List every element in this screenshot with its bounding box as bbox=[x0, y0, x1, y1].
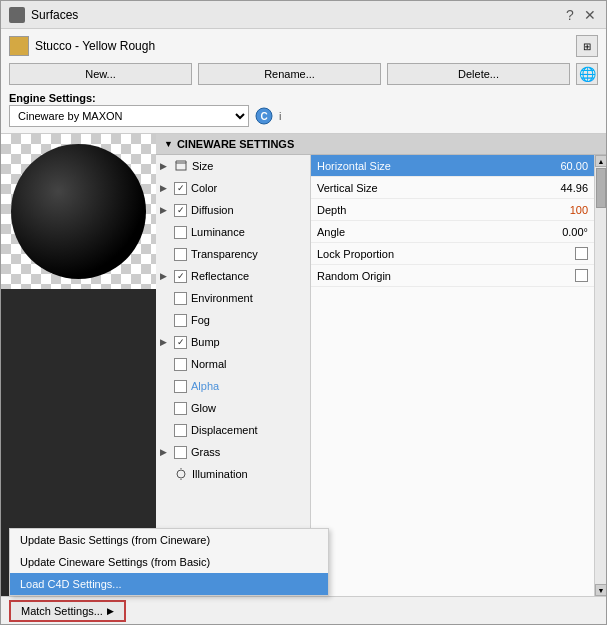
window-icon bbox=[9, 7, 25, 23]
sidebar-item-diffusion[interactable]: ▶ Diffusion bbox=[156, 199, 310, 221]
sidebar-item-luminance[interactable]: ▶ Luminance bbox=[156, 221, 310, 243]
svg-rect-2 bbox=[176, 163, 186, 170]
collapse-arrow[interactable]: ▼ bbox=[164, 139, 173, 149]
diffusion-label: Diffusion bbox=[191, 204, 234, 216]
engine-icon: C bbox=[253, 105, 275, 127]
illumination-icon bbox=[174, 467, 188, 481]
scroll-up-button[interactable]: ▲ bbox=[595, 155, 606, 167]
luminance-checkbox[interactable] bbox=[174, 226, 187, 239]
environment-label: Environment bbox=[191, 292, 253, 304]
sidebar-item-bump[interactable]: ▶ Bump bbox=[156, 331, 310, 353]
submenu-arrow-icon: ▶ bbox=[107, 606, 114, 616]
lock-proportion-checkbox[interactable] bbox=[575, 247, 588, 260]
bottom-bar: Match Settings... ▶ bbox=[1, 596, 606, 624]
preview-image bbox=[1, 134, 156, 289]
engine-select[interactable]: Cineware by MAXON bbox=[9, 105, 249, 127]
prop-row-random-origin[interactable]: Random Origin bbox=[311, 265, 594, 287]
prop-name-random-origin: Random Origin bbox=[317, 270, 575, 282]
reflectance-checkbox[interactable] bbox=[174, 270, 187, 283]
grass-checkbox[interactable] bbox=[174, 446, 187, 459]
help-button[interactable]: ? bbox=[562, 7, 578, 23]
material-options-button[interactable]: ⊞ bbox=[576, 35, 598, 57]
new-button[interactable]: New... bbox=[9, 63, 192, 85]
sidebar-item-reflectance[interactable]: ▶ Reflectance bbox=[156, 265, 310, 287]
normal-checkbox[interactable] bbox=[174, 358, 187, 371]
svg-text:C: C bbox=[260, 111, 267, 122]
surfaces-window: Surfaces ? ✕ Stucco - Yellow Rough ⊞ New… bbox=[0, 0, 607, 625]
expand-icon-reflectance: ▶ bbox=[160, 271, 170, 281]
prop-row-horizontal-size[interactable]: Horizontal Size 60.00 bbox=[311, 155, 594, 177]
sidebar-item-environment[interactable]: ▶ Environment bbox=[156, 287, 310, 309]
title-bar-left: Surfaces bbox=[9, 7, 78, 23]
globe-button[interactable]: 🌐 bbox=[576, 63, 598, 85]
glow-label: Glow bbox=[191, 402, 216, 414]
sidebar-item-color[interactable]: ▶ Color bbox=[156, 177, 310, 199]
sidebar-item-displacement[interactable]: ▶ Displacement bbox=[156, 419, 310, 441]
transparency-label: Transparency bbox=[191, 248, 258, 260]
prop-value-vertical-size: 44.96 bbox=[528, 182, 588, 194]
prop-name-angle: Angle bbox=[317, 226, 528, 238]
dropdown-item-update-cineware[interactable]: Update Cineware Settings (from Basic) bbox=[10, 551, 328, 573]
bump-checkbox[interactable] bbox=[174, 336, 187, 349]
alpha-checkbox[interactable] bbox=[174, 380, 187, 393]
fog-checkbox[interactable] bbox=[174, 314, 187, 327]
alpha-label: Alpha bbox=[191, 380, 219, 392]
sidebar-item-transparency[interactable]: ▶ Transparency bbox=[156, 243, 310, 265]
luminance-label: Luminance bbox=[191, 226, 245, 238]
material-swatch[interactable] bbox=[9, 36, 29, 56]
scroll-down-button[interactable]: ▼ bbox=[595, 584, 606, 596]
expand-icon-grass: ▶ bbox=[160, 447, 170, 457]
random-origin-checkbox[interactable] bbox=[575, 269, 588, 282]
prop-row-depth[interactable]: Depth 100 bbox=[311, 199, 594, 221]
prop-row-vertical-size[interactable]: Vertical Size 44.96 bbox=[311, 177, 594, 199]
expand-icon-color: ▶ bbox=[160, 183, 170, 193]
cineware-header: ▼ CINEWARE SETTINGS bbox=[156, 134, 606, 155]
bottom-container: Update Basic Settings (from Cineware) Up… bbox=[1, 596, 606, 624]
right-panel: Horizontal Size 60.00 Vertical Size 44.9… bbox=[311, 155, 594, 596]
dropdown-item-update-basic[interactable]: Update Basic Settings (from Cineware) bbox=[10, 529, 328, 551]
environment-checkbox[interactable] bbox=[174, 292, 187, 305]
right-scrollbar: ▲ ▼ bbox=[594, 155, 606, 596]
sidebar-item-normal[interactable]: ▶ Normal bbox=[156, 353, 310, 375]
expand-icon-bump: ▶ bbox=[160, 337, 170, 347]
transparency-checkbox[interactable] bbox=[174, 248, 187, 261]
displacement-checkbox[interactable] bbox=[174, 424, 187, 437]
match-settings-button[interactable]: Match Settings... ▶ bbox=[9, 600, 126, 622]
svg-point-6 bbox=[177, 470, 185, 478]
close-button[interactable]: ✕ bbox=[582, 7, 598, 23]
prop-row-lock-proportion[interactable]: Lock Proportion bbox=[311, 243, 594, 265]
action-row: New... Rename... Delete... 🌐 bbox=[9, 63, 598, 85]
prop-value-depth: 100 bbox=[528, 204, 588, 216]
sidebar-item-illumination[interactable]: ▶ Illumination bbox=[156, 463, 310, 485]
main-area: ▼ CINEWARE SETTINGS ▶ bbox=[1, 134, 606, 596]
title-bar-controls: ? ✕ bbox=[562, 7, 598, 23]
engine-row: Cineware by MAXON C i bbox=[9, 105, 598, 127]
expand-icon-diffusion: ▶ bbox=[160, 205, 170, 215]
sidebar-item-size[interactable]: ▶ Size bbox=[156, 155, 310, 177]
fog-label: Fog bbox=[191, 314, 210, 326]
displacement-label: Displacement bbox=[191, 424, 258, 436]
engine-settings-label: Engine Settings: bbox=[9, 91, 598, 105]
color-checkbox[interactable] bbox=[174, 182, 187, 195]
sidebar-item-glow[interactable]: ▶ Glow bbox=[156, 397, 310, 419]
material-row: Stucco - Yellow Rough ⊞ bbox=[9, 35, 598, 57]
window-title: Surfaces bbox=[31, 8, 78, 22]
glow-checkbox[interactable] bbox=[174, 402, 187, 415]
sphere-preview bbox=[11, 144, 146, 279]
expand-icon-size: ▶ bbox=[160, 161, 170, 171]
delete-button[interactable]: Delete... bbox=[387, 63, 570, 85]
info-icon: i bbox=[279, 110, 281, 122]
bump-label: Bump bbox=[191, 336, 220, 348]
sidebar-item-grass[interactable]: ▶ Grass bbox=[156, 441, 310, 463]
scroll-thumb[interactable] bbox=[596, 168, 606, 208]
diffusion-checkbox[interactable] bbox=[174, 204, 187, 217]
sidebar-item-fog[interactable]: ▶ Fog bbox=[156, 309, 310, 331]
reflectance-label: Reflectance bbox=[191, 270, 249, 282]
settings-section: ▼ CINEWARE SETTINGS ▶ bbox=[156, 134, 606, 596]
title-bar: Surfaces ? ✕ bbox=[1, 1, 606, 29]
sidebar-item-alpha[interactable]: ▶ Alpha bbox=[156, 375, 310, 397]
rename-button[interactable]: Rename... bbox=[198, 63, 381, 85]
dropdown-item-load-c4d[interactable]: Load C4D Settings... bbox=[10, 573, 328, 595]
prop-row-angle[interactable]: Angle 0.00° bbox=[311, 221, 594, 243]
cineware-header-label: CINEWARE SETTINGS bbox=[177, 138, 294, 150]
